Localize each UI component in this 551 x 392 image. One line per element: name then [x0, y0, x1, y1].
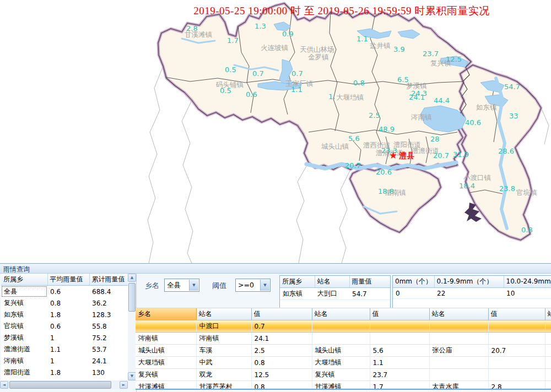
table-row[interactable]: 涔南镇124.1	[1, 355, 128, 367]
table-row[interactable]: 澧澹街道1.153.7	[1, 344, 128, 355]
map-rain-value: 54.7	[504, 83, 520, 91]
table-cell: 1.8	[47, 309, 89, 320]
scroll-up-icon[interactable]: ▲	[128, 274, 136, 282]
map-rain-value: 12.5	[446, 55, 462, 63]
map-rain-value: 2.8	[186, 24, 198, 32]
table-row[interactable]: 复兴镇0.836.2	[1, 297, 128, 309]
table-cell: 36.2	[89, 297, 128, 309]
scrollbar-thumb[interactable]	[9, 381, 111, 389]
column-header[interactable]: 站名	[429, 308, 488, 320]
table-row[interactable]: 官垸镇0.655.8	[1, 320, 128, 332]
map-area: 甘溪滩镇火连坡镇天供山林场金罗镇盐井镇复兴镇码头铺镇王家厂镇大堰垱镇梦溪镇如东镇…	[0, 0, 551, 263]
map-town-label: 如东镇	[476, 103, 497, 112]
table-cell: 12.5	[251, 369, 312, 381]
column-header[interactable]: 所属乡	[1, 274, 47, 286]
table-cell: 55.8	[89, 320, 128, 332]
map-rain-value: 20.6	[376, 168, 392, 176]
horizontal-scrollbar[interactable]: ◄ ►	[0, 380, 128, 389]
column-header[interactable]: 站名	[312, 308, 370, 320]
table-cell: 1	[47, 332, 89, 344]
county-star-icon: ★	[389, 150, 397, 161]
table-cell	[429, 369, 488, 381]
table-row[interactable]: 城头山镇车溪2.5城头山镇5.6张公庙20.7	[136, 345, 551, 357]
table-cell: 2.5	[251, 345, 312, 357]
column-header[interactable]: 10.0-24.9mm（个）	[504, 276, 551, 288]
column-header[interactable]: 站名	[315, 276, 349, 288]
column-header[interactable]: 所属乡	[280, 276, 315, 288]
table-cell: 涔南镇	[196, 333, 251, 345]
table-cell	[545, 369, 551, 381]
table-cell	[545, 345, 551, 357]
table-cell	[545, 320, 551, 333]
column-header[interactable]: 值	[370, 308, 429, 320]
table-cell: 0.7	[251, 320, 312, 333]
map-rain-value: 33	[509, 112, 518, 120]
table-cell: 甘溪滩镇	[136, 381, 196, 390]
column-header[interactable]: 累计雨量值	[89, 274, 128, 286]
table-row[interactable]: 全县0.6688.4	[1, 286, 128, 298]
column-header[interactable]: 雨量值	[349, 276, 390, 288]
table-cell: 0.8	[251, 381, 312, 390]
table-row[interactable]: 甘溪滩镇甘溪芦茅村0.8甘溪滩镇1.7太青水库2.8	[136, 381, 551, 390]
vertical-scrollbar[interactable]: ▲ ▼	[128, 274, 136, 380]
table-row[interactable]: 澧阳街道1.8130	[1, 367, 128, 378]
chevron-down-icon[interactable]: ▼	[189, 280, 198, 291]
threshold-select-value: >=0	[238, 281, 254, 289]
table-cell: 54.7	[349, 288, 390, 300]
table-row[interactable]: 中渡口0.7	[136, 320, 551, 333]
map-town-label: 城头山镇	[321, 142, 349, 151]
table-cell: 23.7	[370, 369, 429, 381]
column-header[interactable]: 0.1-9.9mm（个）	[434, 276, 504, 288]
map-rain-value: 1.1	[356, 35, 368, 43]
map-rain-value: 1.3	[255, 22, 266, 30]
map-rain-value: 0.5	[220, 86, 231, 95]
table-cell: 城头山镇	[136, 345, 196, 357]
table-row[interactable]: 如东镇1.8128.3	[1, 309, 128, 320]
township-select[interactable]: 全县 ▼	[164, 279, 199, 292]
detail-table-wrap: 乡名站名值站名值站名值站名中渡口0.7涔南镇涔南镇24.1城头山镇车溪2.5城头…	[136, 308, 551, 390]
column-header[interactable]: 0mm（个）	[393, 276, 434, 288]
table-cell: 75.2	[89, 332, 128, 344]
map-rain-value: 31.9	[453, 150, 469, 159]
table-row[interactable]: 如东镇大剅口54.7	[280, 288, 390, 300]
table-cell: 0	[393, 288, 434, 299]
map-rain-value: 0.5	[225, 66, 236, 74]
scrollbar-thumb[interactable]	[128, 283, 136, 312]
table-cell: 涔南镇	[1, 355, 47, 367]
table-row[interactable]: 02210	[393, 288, 551, 299]
column-header[interactable]: 值	[488, 308, 545, 320]
column-header[interactable]: 乡名	[136, 308, 196, 320]
map-rain-value: 18.4	[459, 182, 475, 190]
table-row[interactable]: 大堰垱镇中武0.8大堰垱镇1.1	[136, 357, 551, 369]
table-row[interactable]: 涔南镇涔南镇24.1	[136, 333, 551, 345]
table-cell	[545, 381, 551, 390]
table-row[interactable]: 复兴镇双龙12.5复兴镇23.7	[136, 369, 551, 381]
table-cell: 53.7	[89, 344, 128, 355]
map-rain-value: 24.1	[409, 93, 425, 101]
table-row[interactable]: 梦溪镇175.2	[1, 332, 128, 344]
column-header[interactable]: 站名	[545, 308, 551, 320]
column-header[interactable]: 值	[251, 308, 312, 320]
map-rain-value: 0.7	[291, 69, 303, 78]
map-rain-value: 44.4	[434, 96, 450, 105]
map-rain-value: 0.9	[282, 30, 294, 38]
table-cell: 中渡口	[196, 320, 251, 333]
table-cell: 中武	[196, 357, 251, 369]
rainfall-monitor-app: 甘溪滩镇火连坡镇天供山林场金罗镇盐井镇复兴镇码头铺镇王家厂镇大堰垱镇梦溪镇如东镇…	[0, 0, 551, 392]
column-header[interactable]: 平均雨量值	[47, 274, 89, 286]
threshold-select[interactable]: >=0 ▼	[235, 279, 271, 292]
column-header[interactable]: 站名	[196, 308, 251, 320]
rain-query-panel: 雨情查询 所属乡平均雨量值累计雨量值全县0.6688.4复兴镇0.836.2如东…	[0, 263, 551, 392]
map-rain-value: 0.6	[246, 90, 257, 99]
max-station-table-wrap: 所属乡站名雨量值如东镇大剅口54.7	[279, 275, 391, 311]
chevron-down-icon[interactable]: ▼	[260, 280, 269, 291]
county-name-label: 澧县	[399, 151, 414, 161]
map-labels-layer: 甘溪滩镇火连坡镇天供山林场金罗镇盐井镇复兴镇码头铺镇王家厂镇大堰垱镇梦溪镇如东镇…	[0, 0, 551, 263]
scroll-down-icon[interactable]: ▼	[128, 372, 136, 380]
scroll-left-icon[interactable]: ◄	[0, 381, 8, 389]
scroll-right-icon[interactable]: ►	[120, 381, 128, 389]
map-rain-value: 23.7	[423, 50, 439, 58]
table-cell	[488, 369, 545, 381]
table-cell: 22	[434, 288, 504, 299]
table-cell: 全县	[1, 286, 47, 298]
